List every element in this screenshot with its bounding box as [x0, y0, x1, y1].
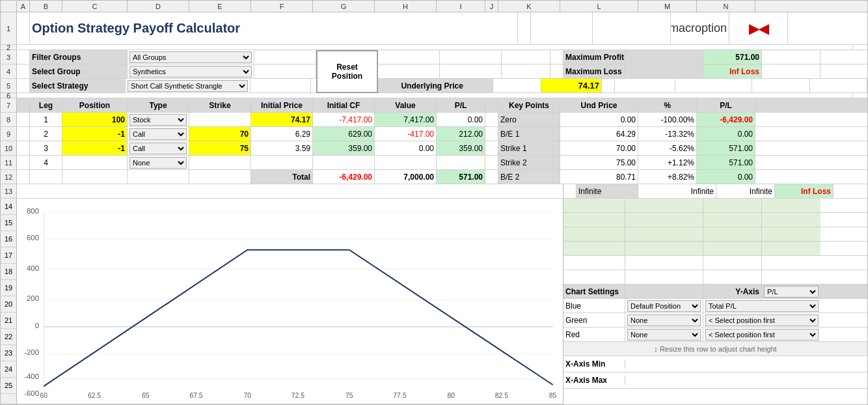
leg4-type[interactable]: None [128, 156, 189, 169]
leg4-strike [189, 156, 251, 169]
col-header-l: L [560, 1, 638, 12]
red-right-select[interactable]: < Select position first [705, 329, 819, 341]
leg1-initial-cf: -7,417.00 [313, 113, 375, 126]
select-strategy-select[interactable]: Short Call Synthetic Strangle [126, 79, 251, 92]
y-axis-select-container[interactable]: P/L [762, 285, 821, 298]
kp6-label: Infinite [576, 184, 638, 198]
leg3-position: -1 [62, 141, 128, 155]
leg3-type[interactable]: Call [128, 141, 189, 155]
x-axis-max-label: X-Axis Max [563, 376, 625, 385]
red-select-container[interactable]: None [625, 328, 703, 341]
col-initial-price: Initial Price [251, 98, 313, 112]
r4-j [550, 64, 563, 78]
green-right-select[interactable]: < Select position first [705, 314, 819, 326]
row-nums-chart: 14 15 16 17 18 19 20 21 22 23 24 25 [1, 199, 17, 404]
col-kp-pl: P/L [697, 98, 755, 112]
leg2-type-select[interactable]: Call [129, 128, 187, 140]
row-1: 1 Option Strategy Payoff Calculator macr… [1, 12, 867, 45]
select-group-dropdown[interactable]: Synthetics [129, 66, 252, 77]
kp-empty-row2 [563, 213, 867, 227]
leg1-num: 1 [30, 113, 62, 126]
kp5-pct: +8.82% [638, 170, 697, 184]
svg-text:80: 80 [447, 392, 455, 399]
filter-groups-select[interactable]: All Groups [128, 50, 254, 64]
blue-right-select[interactable]: Total P/L [705, 300, 819, 312]
select-group-select[interactable]: Synthetics [128, 64, 254, 78]
col-type: Type [128, 98, 189, 112]
leg4-value [375, 156, 437, 169]
blue-select-container[interactable]: Default Position [625, 299, 703, 313]
r4-e [254, 64, 316, 78]
green-right-select-container[interactable]: < Select position first [703, 313, 821, 327]
svg-text:85: 85 [549, 392, 557, 399]
leg3-strike: 75 [189, 141, 251, 155]
r4-a [17, 64, 30, 78]
x-axis-min-label: X-Axis Min [563, 359, 625, 369]
red-label: Red [563, 328, 625, 341]
select-group-label: Select Group [30, 64, 128, 78]
chart-container: 14 15 16 17 18 19 20 21 22 23 24 25 [1, 199, 563, 404]
r1-a [17, 12, 30, 44]
r5-e [251, 79, 311, 92]
select-strategy-dropdown[interactable]: Short Call Synthetic Strangle [128, 80, 248, 92]
max-profit-label: Maximum Profit [563, 50, 625, 64]
col-header-j: J [485, 1, 498, 12]
kp2-pl: 0.00 [697, 127, 755, 141]
total-initial-cf: -6,429.00 [313, 170, 375, 184]
rows-container: 1 Option Strategy Payoff Calculator macr… [1, 12, 867, 404]
y-axis-select[interactable]: P/L [764, 286, 819, 298]
svg-text:200: 200 [27, 295, 39, 303]
red-right-select-container[interactable]: < Select position first [703, 328, 821, 341]
r5-n [810, 79, 867, 92]
kp1-label: Zero [498, 113, 560, 126]
blue-row: Blue Default Position Total P/L [563, 299, 867, 313]
col-initial-cf: Initial CF [313, 98, 375, 112]
leg1-type[interactable]: Stock [128, 113, 189, 126]
row-13: 13 Infinite Infinite Infinite Inf Loss [1, 184, 867, 199]
blue-right-select-container[interactable]: Total P/L [703, 299, 821, 313]
row-7: 7 Leg Position Type Strike Initial Price… [1, 98, 867, 113]
underlying-price-value: 74.17 [541, 79, 602, 92]
leg3-num: 3 [30, 141, 62, 155]
row-4: 4 Select Group Synthetics Maximum Loss I… [1, 64, 867, 79]
chart-settings-header: Chart Settings Y-Axis P/L [563, 285, 867, 299]
col-header-f: F [251, 1, 313, 12]
chart-top-spacer [17, 184, 563, 198]
green-select-container[interactable]: None [625, 313, 703, 327]
leg3-type-select[interactable]: Call [129, 143, 187, 154]
total-pl: 571.00 [437, 170, 485, 184]
kp1-und: 0.00 [560, 113, 638, 126]
col-header-a: A [17, 1, 30, 12]
leg2-type[interactable]: Call [128, 127, 189, 141]
red-select[interactable]: None [627, 329, 701, 341]
blue-select[interactable]: Default Position [627, 300, 701, 312]
kp3-label: Strike 1 [498, 141, 560, 155]
kp3-pl: 571.00 [697, 141, 755, 155]
leg3-value: 0.00 [375, 141, 437, 155]
svg-text:400: 400 [27, 264, 39, 272]
leg1-type-select[interactable]: Stock [129, 114, 187, 126]
leg4-type-select[interactable]: None [129, 157, 187, 169]
leg1-value: 7,417.00 [375, 113, 437, 126]
kp5-pl: 0.00 [697, 170, 755, 184]
r1-j [518, 12, 531, 44]
leg3-pl: 359.00 [437, 141, 485, 155]
col-leg: Leg [30, 98, 62, 112]
green-select[interactable]: None [627, 314, 701, 326]
kp5-label: B/E 2 [498, 170, 560, 184]
row-8: 8 1 100 Stock 74.17 -7,417.00 7,417.00 0… [1, 113, 867, 127]
svg-text:600: 600 [27, 234, 39, 242]
leg4-position [62, 156, 128, 169]
col-header-h: H [375, 1, 437, 12]
reset-position-button[interactable]: ResetPosition [316, 50, 378, 93]
r3-h [440, 50, 502, 64]
row-6: 6 [1, 93, 867, 98]
reset-position-btn[interactable]: ResetPosition [317, 51, 377, 92]
leg1-initial-price: 74.17 [251, 113, 313, 126]
svg-text:60: 60 [40, 392, 48, 399]
col-value: Value [375, 98, 437, 112]
col-position: Position [62, 98, 128, 112]
row-10: 10 3 -1 Call 75 3.59 359.00 0.00 359.00 … [1, 141, 867, 156]
leg2-initial-cf: 629.00 [313, 127, 375, 141]
filter-groups-dropdown[interactable]: All Groups [129, 51, 252, 63]
